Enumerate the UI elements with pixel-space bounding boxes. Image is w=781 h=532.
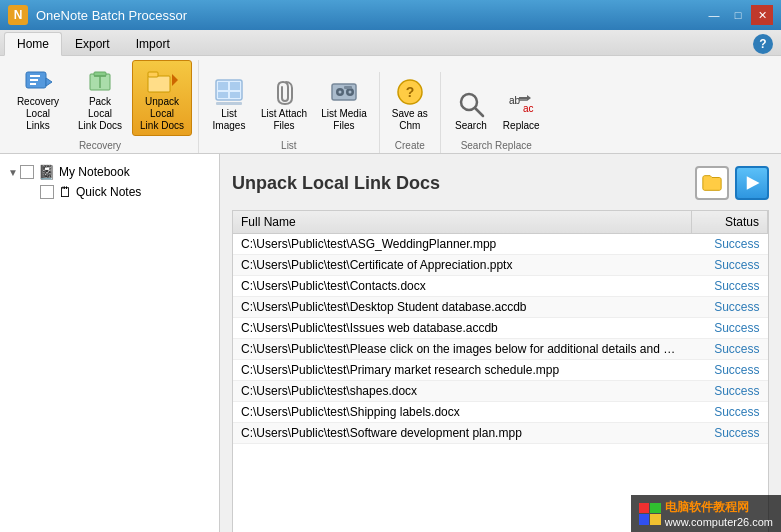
file-table-body: C:\Users\Public\test\ASG_WeddingPlanner.… xyxy=(233,234,768,444)
table-header-row: Full Name Status xyxy=(233,211,768,234)
replace-icon: ab ac xyxy=(505,88,537,120)
pack-local-link-docs-icon xyxy=(84,64,116,96)
unpack-local-link-docs-icon xyxy=(146,64,178,96)
page-title: Unpack Local Link Docs xyxy=(232,173,440,194)
run-button[interactable] xyxy=(735,166,769,200)
file-status: Success xyxy=(691,402,767,423)
ribbon-tabs: Home Export Import ? xyxy=(0,30,781,56)
ribbon-group-search-replace: Search ab ac Replace Search Replace xyxy=(443,84,552,153)
watermark-site: 电脑软件教程网 xyxy=(665,499,773,516)
list-media-files-button[interactable]: List MediaFiles xyxy=(315,72,373,136)
file-full-name: C:\Users\Public\test\ASG_WeddingPlanner.… xyxy=(233,234,691,255)
notebook-label: My Notebook xyxy=(59,165,130,179)
table-row: C:\Users\Public\test\Issues web database… xyxy=(233,318,768,339)
file-status: Success xyxy=(691,423,767,444)
svg-text:ab: ab xyxy=(509,95,521,106)
files-list-table: Full Name Status C:\Users\Public\test\AS… xyxy=(233,211,768,444)
search-button[interactable]: Search xyxy=(447,84,495,136)
tab-export[interactable]: Export xyxy=(62,32,123,55)
list-media-files-icon xyxy=(328,76,360,108)
table-row: C:\Users\Public\test\ASG_WeddingPlanner.… xyxy=(233,234,768,255)
svg-text:?: ? xyxy=(406,84,415,100)
recovery-local-links-button[interactable]: RecoveryLocal Links xyxy=(8,60,68,136)
file-full-name: C:\Users\Public\test\Software developmen… xyxy=(233,423,691,444)
pack-local-link-docs-button[interactable]: Pack LocalLink Docs xyxy=(70,60,130,136)
table-row: C:\Users\Public\test\Please click on the… xyxy=(233,339,768,360)
watermark-url: www.computer26.com xyxy=(665,516,773,528)
pack-local-link-docs-label: Pack LocalLink Docs xyxy=(76,96,124,132)
list-attach-files-button[interactable]: List AttachFiles xyxy=(255,72,313,136)
list-images-label: ListImages xyxy=(213,108,246,132)
file-full-name: C:\Users\Public\test\Shipping labels.doc… xyxy=(233,402,691,423)
recovery-local-links-label: RecoveryLocal Links xyxy=(14,96,62,132)
notebook-checkbox[interactable] xyxy=(20,165,34,179)
svg-rect-14 xyxy=(230,82,240,90)
unpack-local-link-docs-label: Unpack LocalLink Docs xyxy=(138,96,186,132)
notes-icon: 🗒 xyxy=(58,184,72,200)
file-status: Success xyxy=(691,381,767,402)
file-full-name: C:\Users\Public\test\Desktop Student dat… xyxy=(233,297,691,318)
tree-item-quick-notes[interactable]: 🗒 Quick Notes xyxy=(4,182,215,202)
list-group-label: List xyxy=(281,138,297,153)
list-images-button[interactable]: ListImages xyxy=(205,72,253,136)
tree-item-notebook[interactable]: ▼ 📓 My Notebook xyxy=(4,162,215,182)
file-full-name: C:\Users\Public\test\Contacts.docx xyxy=(233,276,691,297)
tab-home[interactable]: Home xyxy=(4,32,62,56)
file-status: Success xyxy=(691,297,767,318)
maximize-button[interactable]: □ xyxy=(727,5,749,25)
open-folder-button[interactable] xyxy=(695,166,729,200)
save-as-chm-icon: ? xyxy=(394,76,426,108)
file-full-name: C:\Users\Public\test\Issues web database… xyxy=(233,318,691,339)
ribbon-content: RecoveryLocal Links Pack LocalLink Docs xyxy=(0,56,781,153)
ribbon: Home Export Import ? R xyxy=(0,30,781,154)
file-status: Success xyxy=(691,234,767,255)
sidebar-tree: ▼ 📓 My Notebook 🗒 Quick Notes xyxy=(0,154,219,532)
replace-button[interactable]: ab ac Replace xyxy=(497,84,546,136)
list-images-icon xyxy=(213,76,245,108)
recovery-local-links-icon xyxy=(22,64,54,96)
folder-icon xyxy=(701,172,723,194)
app-icon: N xyxy=(8,5,28,25)
titlebar-title: OneNote Batch Processor xyxy=(36,8,187,23)
svg-line-27 xyxy=(475,108,483,116)
save-as-chm-label: Save asChm xyxy=(392,108,428,132)
main-layout: ▼ 📓 My Notebook 🗒 Quick Notes Check All … xyxy=(0,154,781,532)
table-row: C:\Users\Public\test\Primary market rese… xyxy=(233,360,768,381)
list-buttons: ListImages List AttachFiles xyxy=(205,72,373,136)
minimize-button[interactable]: — xyxy=(703,5,725,25)
close-button[interactable]: ✕ xyxy=(751,5,773,25)
table-row: C:\Users\Public\test\Shipping labels.doc… xyxy=(233,402,768,423)
tab-import[interactable]: Import xyxy=(123,32,183,55)
unpack-local-link-docs-button[interactable]: Unpack LocalLink Docs xyxy=(132,60,192,136)
list-attach-files-label: List AttachFiles xyxy=(261,108,307,132)
svg-rect-10 xyxy=(148,72,158,77)
table-row: C:\Users\Public\test\shapes.docxSuccess xyxy=(233,381,768,402)
ribbon-group-create: ? Save asChm Create xyxy=(382,72,441,153)
recovery-group-label: Recovery xyxy=(79,138,121,153)
column-status: Status xyxy=(691,211,767,234)
search-replace-buttons: Search ab ac Replace xyxy=(447,84,546,136)
file-status: Success xyxy=(691,360,767,381)
quick-notes-checkbox[interactable] xyxy=(40,185,54,199)
file-status: Success xyxy=(691,255,767,276)
play-icon xyxy=(743,174,761,192)
search-label: Search xyxy=(455,120,487,132)
table-row: C:\Users\Public\test\Certificate of Appr… xyxy=(233,255,768,276)
help-button[interactable]: ? xyxy=(753,34,773,54)
file-full-name: C:\Users\Public\test\Please click on the… xyxy=(233,339,691,360)
file-table: Full Name Status C:\Users\Public\test\AS… xyxy=(232,210,769,532)
ribbon-group-list: ListImages List AttachFiles xyxy=(201,72,380,153)
table-row: C:\Users\Public\test\Desktop Student dat… xyxy=(233,297,768,318)
ribbon-group-recovery: RecoveryLocal Links Pack LocalLink Docs xyxy=(4,60,199,153)
table-row: C:\Users\Public\test\Contacts.docxSucces… xyxy=(233,276,768,297)
watermark: 电脑软件教程网 www.computer26.com xyxy=(631,495,781,532)
content-area: Unpack Local Link Docs Full Nam xyxy=(220,154,781,532)
file-full-name: C:\Users\Public\test\Primary market rese… xyxy=(233,360,691,381)
titlebar-controls: — □ ✕ xyxy=(703,5,773,25)
svg-rect-16 xyxy=(230,92,240,98)
svg-marker-1 xyxy=(46,78,52,86)
file-status: Success xyxy=(691,276,767,297)
titlebar: N OneNote Batch Processor — □ ✕ xyxy=(0,0,781,30)
save-as-chm-button[interactable]: ? Save asChm xyxy=(386,72,434,136)
chevron-down-icon: ▼ xyxy=(8,167,20,178)
